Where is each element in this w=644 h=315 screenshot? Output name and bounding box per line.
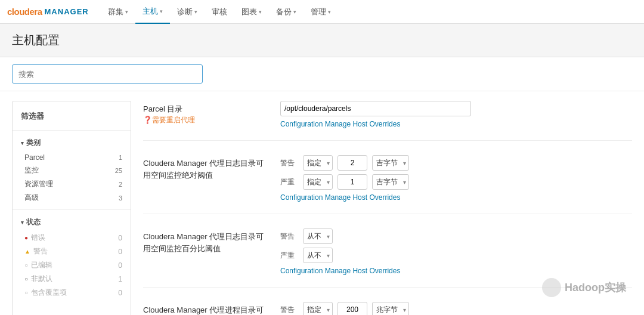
status-count: 0 bbox=[118, 234, 122, 242]
unit-wrap-cm_agent_log_abs-0: 吉字节 bbox=[372, 155, 409, 171]
select-wrap-cm_agent_log_abs-1: 指定 bbox=[303, 174, 333, 190]
config-controls-cm_agent_log_pct: 警告从不严重从不Configuration Manage Host Overri… bbox=[280, 228, 632, 275]
status-label: 警告 bbox=[33, 246, 48, 257]
config-area: Parcel 目录❓需要重启代理Configuration Manage Hos… bbox=[143, 101, 632, 315]
sidebar-item-label: Parcel bbox=[24, 153, 45, 162]
status-icon-nondefault: ○ bbox=[24, 276, 28, 282]
sidebar-category-toggle[interactable]: ▾ 类别 bbox=[13, 135, 131, 152]
sidebar-category-Parcel[interactable]: Parcel1 bbox=[13, 152, 131, 163]
status-count: 1 bbox=[118, 275, 122, 283]
select-cm_agent_log_abs-0[interactable]: 指定 bbox=[303, 155, 333, 171]
status-count: 0 bbox=[118, 289, 122, 297]
config-label-text-cm_agent_proc_abs: Cloudera Manager 代理进程目录可用空间监控绝对阈值 bbox=[143, 304, 268, 315]
sidebar-category-资源管理[interactable]: 资源管理2 bbox=[13, 177, 131, 191]
config-controls-cm_agent_proc_abs: 警告指定兆字节严重指定兆字节Configuration Manage Host … bbox=[280, 302, 632, 315]
chevron-down-icon: ▾ bbox=[125, 9, 128, 15]
config-block-cm_agent_log_abs: Cloudera Manager 代理日志目录可用空间监控绝对阈值警告指定吉字节… bbox=[143, 155, 632, 214]
nav-item-审核[interactable]: 审核 bbox=[205, 0, 234, 24]
config-label-text-parcel: Parcel 目录 bbox=[143, 103, 268, 115]
config-label-text-cm_agent_log_pct: Cloudera Manager 代理日志目录可用空间监控百分比阈值 bbox=[143, 231, 268, 254]
sidebar-status-warning[interactable]: ▲警告0 bbox=[13, 245, 131, 258]
input-cm_agent_log_abs-1[interactable] bbox=[338, 174, 367, 190]
select-cm_agent_log_pct-0[interactable]: 从不 bbox=[303, 228, 333, 244]
search-input[interactable] bbox=[12, 64, 203, 84]
sidebar-item-label: 高级 bbox=[24, 193, 39, 203]
input-cm_agent_proc_abs-0[interactable] bbox=[338, 302, 367, 315]
sidebar-category-label: 类别 bbox=[26, 138, 41, 148]
config-controls-cm_agent_log_abs: 警告指定吉字节严重指定吉字节Configuration Manage Host … bbox=[280, 155, 632, 202]
sidebar-category-高级[interactable]: 高级3 bbox=[13, 191, 131, 205]
select-wrap-cm_agent_log_pct-1: 从不 bbox=[303, 248, 333, 263]
select-cm_agent_log_pct-1[interactable]: 从不 bbox=[303, 248, 333, 263]
nav-item-图表[interactable]: 图表 ▾ bbox=[234, 0, 269, 24]
status-label: 包含覆盖项 bbox=[31, 288, 67, 298]
config-label-col-parcel: Parcel 目录❓需要重启代理 bbox=[143, 101, 280, 125]
unit-select-cm_agent_proc_abs-0[interactable]: 兆字节 bbox=[372, 302, 409, 315]
page-header: 主机配置 bbox=[0, 24, 644, 57]
sidebar-status-nondefault[interactable]: ○非默认1 bbox=[13, 272, 131, 286]
config-row-cm_agent_proc_abs-0: 警告指定兆字节 bbox=[280, 302, 632, 315]
sidebar-status-edited[interactable]: ○已编辑0 bbox=[13, 258, 131, 272]
status-item-left: ○已编辑 bbox=[24, 260, 52, 270]
logo-manager: MANAGER bbox=[45, 7, 89, 16]
select-cm_agent_proc_abs-0[interactable]: 指定 bbox=[303, 302, 333, 315]
main-content: 筛选器 ▾ 类别 Parcel1监控25资源管理2高级3 ▾ 状态 ●错误0▲警… bbox=[0, 91, 644, 315]
input-cm_agent_log_abs-0[interactable] bbox=[338, 155, 367, 171]
sidebar-statuses: ●错误0▲警告0○已编辑0○非默认1○包含覆盖项0 bbox=[13, 231, 131, 299]
unit-wrap-cm_agent_log_abs-1: 吉字节 bbox=[372, 174, 409, 190]
status-count: 0 bbox=[118, 261, 122, 270]
status-label: 错误 bbox=[31, 233, 45, 243]
unit-select-cm_agent_log_abs-0[interactable]: 吉字节 bbox=[372, 155, 409, 171]
config-text-input-parcel[interactable] bbox=[280, 101, 471, 116]
severity-label-cm_agent_log_abs-0: 警告 bbox=[280, 158, 298, 168]
nav-item-备份[interactable]: 备份 ▾ bbox=[269, 0, 304, 24]
nav-item-诊断[interactable]: 诊断 ▾ bbox=[170, 0, 205, 24]
status-icon-error: ● bbox=[24, 234, 28, 241]
config-row-cm_agent_log_abs-1: 严重指定吉字节 bbox=[280, 174, 632, 190]
unit-wrap-cm_agent_proc_abs-0: 兆字节 bbox=[372, 302, 409, 315]
select-wrap-cm_agent_log_abs-0: 指定 bbox=[303, 155, 333, 171]
severity-label-cm_agent_log_pct-1: 严重 bbox=[280, 251, 298, 261]
severity-label-cm_agent_proc_abs-0: 警告 bbox=[280, 305, 298, 315]
nav-item-管理[interactable]: 管理 ▾ bbox=[304, 0, 338, 24]
sidebar-item-label: 监控 bbox=[24, 165, 39, 175]
status-icon-warning: ▲ bbox=[24, 248, 30, 255]
sidebar-category-监控[interactable]: 监控25 bbox=[13, 163, 131, 177]
unit-select-cm_agent_log_abs-1[interactable]: 吉字节 bbox=[372, 174, 409, 190]
config-link-parcel[interactable]: Configuration Manage Host Overrides bbox=[280, 120, 632, 128]
sidebar-item-count: 2 bbox=[119, 181, 122, 188]
top-navigation: cloudera MANAGER 群集 ▾主机 ▾诊断 ▾审核图表 ▾备份 ▾管… bbox=[0, 0, 644, 24]
chevron-down-icon: ▾ bbox=[259, 9, 262, 15]
config-link-cm_agent_log_pct[interactable]: Configuration Manage Host Overrides bbox=[280, 267, 632, 275]
severity-label-cm_agent_log_abs-1: 严重 bbox=[280, 177, 298, 187]
logo: cloudera MANAGER bbox=[7, 7, 89, 17]
config-label-col-cm_agent_proc_abs: Cloudera Manager 代理进程目录可用空间监控绝对阈值 bbox=[143, 302, 280, 315]
status-item-left: ○包含覆盖项 bbox=[24, 288, 67, 298]
status-item-left: ▲警告 bbox=[24, 246, 48, 257]
chevron-down-icon: ▾ bbox=[328, 9, 331, 15]
config-block-parcel: Parcel 目录❓需要重启代理Configuration Manage Hos… bbox=[143, 101, 632, 141]
status-item-left: ○非默认 bbox=[24, 274, 52, 284]
status-icon-edited: ○ bbox=[24, 262, 28, 268]
chevron-down-icon-2: ▾ bbox=[21, 220, 24, 226]
sidebar-status-toggle[interactable]: ▾ 状态 bbox=[13, 215, 131, 231]
config-link-cm_agent_log_abs[interactable]: Configuration Manage Host Overrides bbox=[280, 193, 632, 202]
chevron-down-icon: ▾ bbox=[160, 8, 163, 14]
sidebar-item-label: 资源管理 bbox=[24, 179, 53, 189]
nav-item-主机[interactable]: 主机 ▾ bbox=[135, 0, 170, 24]
sidebar-categories: Parcel1监控25资源管理2高级3 bbox=[13, 152, 131, 205]
severity-label-cm_agent_log_pct-0: 警告 bbox=[280, 231, 298, 242]
sidebar-status-override[interactable]: ○包含覆盖项0 bbox=[13, 286, 131, 299]
page-title: 主机配置 bbox=[12, 32, 632, 48]
sidebar-status-error[interactable]: ●错误0 bbox=[13, 231, 131, 245]
status-icon-override: ○ bbox=[24, 289, 28, 296]
config-text-row-parcel bbox=[280, 101, 632, 116]
nav-item-群集[interactable]: 群集 ▾ bbox=[101, 0, 135, 24]
config-controls-parcel: Configuration Manage Host Overrides bbox=[280, 101, 632, 128]
status-count: 0 bbox=[118, 248, 122, 256]
sidebar-filter-title: 筛选器 bbox=[13, 109, 131, 125]
config-label-col-cm_agent_log_pct: Cloudera Manager 代理日志目录可用空间监控百分比阈值 bbox=[143, 228, 280, 254]
config-note-parcel: ❓需要重启代理 bbox=[143, 115, 268, 125]
select-cm_agent_log_abs-1[interactable]: 指定 bbox=[303, 174, 333, 190]
config-row-cm_agent_log_abs-0: 警告指定吉字节 bbox=[280, 155, 632, 171]
